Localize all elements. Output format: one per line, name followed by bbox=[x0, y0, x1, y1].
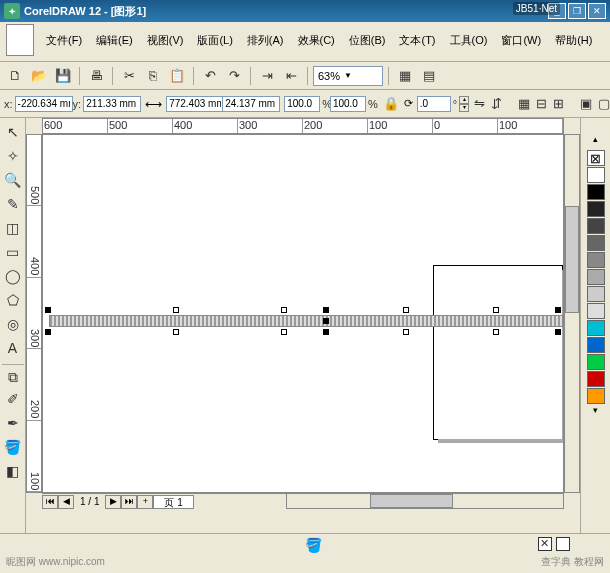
polygon-tool[interactable]: ⬠ bbox=[2, 289, 24, 311]
spin-up[interactable]: ▴ bbox=[459, 96, 469, 104]
canvas[interactable] bbox=[42, 134, 564, 493]
shape-tool[interactable]: ✧ bbox=[2, 145, 24, 167]
fill-tool[interactable]: 🪣 bbox=[2, 436, 24, 458]
sel-handle-tm3[interactable] bbox=[403, 307, 409, 313]
freehand-tool[interactable]: ✎ bbox=[2, 193, 24, 215]
palette-down-button[interactable]: ▾ bbox=[581, 405, 610, 419]
sel-handle-bm2[interactable] bbox=[281, 329, 287, 335]
options-button[interactable]: ▤ bbox=[418, 65, 440, 87]
sel-handle-bm4[interactable] bbox=[493, 329, 499, 335]
swatch-1[interactable] bbox=[587, 184, 605, 200]
mirror-h-button[interactable]: ⇋ bbox=[473, 93, 486, 115]
sel-handle-tm2[interactable] bbox=[281, 307, 287, 313]
scroll-thumb-h[interactable] bbox=[370, 494, 453, 508]
scalex-field[interactable] bbox=[284, 96, 320, 112]
menu-effects[interactable]: 效果(C) bbox=[292, 31, 341, 50]
align-button[interactable]: ▦ bbox=[517, 93, 531, 115]
smartdraw-tool[interactable]: ◫ bbox=[2, 217, 24, 239]
print-button[interactable]: 🖶 bbox=[85, 65, 107, 87]
outline-tool[interactable]: ✒ bbox=[2, 412, 24, 434]
paste-button[interactable]: 📋 bbox=[166, 65, 188, 87]
sel-handle-tm1[interactable] bbox=[173, 307, 179, 313]
menu-arrange[interactable]: 排列(A) bbox=[241, 31, 290, 50]
ellipse-tool[interactable]: ◯ bbox=[2, 265, 24, 287]
redo-button[interactable]: ↷ bbox=[223, 65, 245, 87]
menu-text[interactable]: 文本(T) bbox=[393, 31, 441, 50]
interactive-fill-tool[interactable]: ◧ bbox=[2, 460, 24, 482]
swatch-9[interactable] bbox=[587, 320, 605, 336]
zoom-combo[interactable]: 63% ▼ bbox=[313, 66, 383, 86]
scaley-field[interactable] bbox=[330, 96, 366, 112]
eyedropper-tool[interactable]: ✐ bbox=[2, 388, 24, 410]
maximize-button[interactable]: ❐ bbox=[568, 3, 586, 19]
menu-edit[interactable]: 编辑(E) bbox=[90, 31, 139, 50]
text-tool[interactable]: A bbox=[2, 337, 24, 359]
new-button[interactable]: 🗋 bbox=[4, 65, 26, 87]
rectangle-tool[interactable]: ▭ bbox=[2, 241, 24, 263]
spin-down[interactable]: ▾ bbox=[459, 104, 469, 112]
menu-layout[interactable]: 版面(L) bbox=[191, 31, 238, 50]
outline-indicator[interactable] bbox=[556, 537, 570, 551]
swatch-3[interactable] bbox=[587, 218, 605, 234]
page-first-button[interactable]: ⏮ bbox=[42, 495, 58, 509]
mirror-v-button[interactable]: ⇵ bbox=[490, 93, 503, 115]
scroll-thumb-v[interactable] bbox=[565, 206, 579, 313]
export-button[interactable]: ⇤ bbox=[280, 65, 302, 87]
menu-file[interactable]: 文件(F) bbox=[40, 31, 88, 50]
swatch-4[interactable] bbox=[587, 235, 605, 251]
sel-handle-bm3[interactable] bbox=[403, 329, 409, 335]
sel-handle-tr[interactable] bbox=[555, 307, 561, 313]
y-field[interactable] bbox=[83, 96, 141, 112]
copy-button[interactable]: ⎘ bbox=[142, 65, 164, 87]
palette-up-button[interactable]: ▴ bbox=[581, 134, 610, 148]
swatch-none[interactable]: ⊠ bbox=[587, 150, 605, 166]
swatch-11[interactable] bbox=[587, 354, 605, 370]
swatch-0[interactable] bbox=[587, 167, 605, 183]
swatch-12[interactable] bbox=[587, 371, 605, 387]
height-field[interactable] bbox=[222, 96, 280, 112]
undo-button[interactable]: ↶ bbox=[199, 65, 221, 87]
sel-handle-bm1[interactable] bbox=[173, 329, 179, 335]
sel-handle-center[interactable] bbox=[323, 318, 329, 324]
menu-help[interactable]: 帮助(H) bbox=[549, 31, 598, 50]
basicshape-tool[interactable]: ◎ bbox=[2, 313, 24, 335]
page-tab[interactable]: 页 1 bbox=[153, 495, 193, 509]
open-button[interactable]: 📂 bbox=[28, 65, 50, 87]
width-field[interactable] bbox=[166, 96, 224, 112]
swatch-7[interactable] bbox=[587, 286, 605, 302]
ungroup-button[interactable]: ⊟ bbox=[535, 93, 548, 115]
sel-handle-tl[interactable] bbox=[45, 307, 51, 313]
close-button[interactable]: ✕ bbox=[588, 3, 606, 19]
scrollbar-horizontal[interactable] bbox=[286, 493, 564, 509]
tofront-button[interactable]: ▣ bbox=[579, 93, 593, 115]
sel-handle-br[interactable] bbox=[555, 329, 561, 335]
x-field[interactable] bbox=[15, 96, 73, 112]
cut-button[interactable]: ✂ bbox=[118, 65, 140, 87]
sel-handle-tm4[interactable] bbox=[493, 307, 499, 313]
swatch-5[interactable] bbox=[587, 252, 605, 268]
swatch-13[interactable] bbox=[587, 388, 605, 404]
menu-window[interactable]: 窗口(W) bbox=[495, 31, 547, 50]
save-button[interactable]: 💾 bbox=[52, 65, 74, 87]
blend-tool[interactable]: ⧉ bbox=[2, 364, 24, 386]
fill-none-icon[interactable] bbox=[538, 537, 552, 551]
zoom-tool[interactable]: 🔍 bbox=[2, 169, 24, 191]
swatch-8[interactable] bbox=[587, 303, 605, 319]
scrollbar-vertical[interactable] bbox=[564, 134, 580, 493]
menu-tools[interactable]: 工具(O) bbox=[444, 31, 494, 50]
rotation-field[interactable] bbox=[417, 96, 451, 112]
import-button[interactable]: ⇥ bbox=[256, 65, 278, 87]
page-last-button[interactable]: ⏭ bbox=[121, 495, 137, 509]
sel-handle-tc[interactable] bbox=[323, 307, 329, 313]
swatch-6[interactable] bbox=[587, 269, 605, 285]
menu-bitmaps[interactable]: 位图(B) bbox=[343, 31, 392, 50]
pick-tool[interactable]: ↖ bbox=[2, 121, 24, 143]
page-add-button[interactable]: + bbox=[137, 495, 153, 509]
toback-button[interactable]: ▢ bbox=[597, 93, 610, 115]
menu-view[interactable]: 视图(V) bbox=[141, 31, 190, 50]
lock-ratio-button[interactable]: 🔒 bbox=[382, 93, 400, 115]
page-prev-button[interactable]: ◀ bbox=[58, 495, 74, 509]
swatch-10[interactable] bbox=[587, 337, 605, 353]
group-button[interactable]: ⊞ bbox=[552, 93, 565, 115]
snap-button[interactable]: ▦ bbox=[394, 65, 416, 87]
